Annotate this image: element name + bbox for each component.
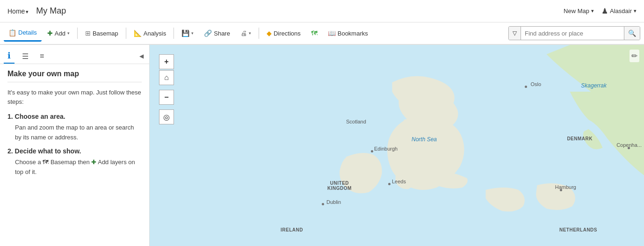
step2-text: Choose a 🗺 Basemap then ✚ Add layers on … [15, 158, 142, 177]
directions-label: Directions [274, 30, 301, 37]
layers-icon: ≡ [40, 52, 44, 60]
print-icon: 🖨 [240, 29, 247, 37]
search-container: ▽ 🔍 [508, 26, 640, 40]
add-dropdown-arrow: ▾ [67, 31, 70, 36]
bookmarks-label: Bookmarks [338, 30, 368, 37]
map-edit-button[interactable]: ✏ [630, 50, 639, 62]
step1-heading: 1. Choose an area. [7, 113, 142, 120]
leeds-dot [388, 183, 391, 185]
nav-left: Home▾ My Map [7, 6, 66, 16]
add-icon: ✚ [47, 29, 53, 37]
analysis-label: Analysis [144, 30, 166, 37]
save-icon: 💾 [181, 29, 189, 37]
sidebar-tab-layers[interactable]: ≡ [36, 50, 48, 62]
step1-text: Pan and zoom the map to an area or searc… [15, 123, 142, 143]
save-dropdown-arrow: ▾ [191, 31, 194, 36]
search-input[interactable] [521, 27, 624, 40]
analysis-icon: 📐 [134, 29, 142, 37]
details-label: Details [18, 29, 37, 36]
dublin-dot [322, 203, 324, 205]
user-icon: ♟ [601, 7, 608, 15]
nav-right: New Map ▾ ♟ Alasdair ▾ [560, 6, 637, 16]
edinburgh-dot [371, 150, 373, 152]
analysis-button[interactable]: 📐 Analysis [129, 25, 171, 42]
basemap-button[interactable]: ⊞ Basemap [80, 25, 123, 42]
share-button[interactable]: 🔗 Share [199, 25, 235, 42]
directions-button[interactable]: ◆ Directions [262, 25, 305, 42]
print-button[interactable]: 🖨 ▾ [236, 25, 256, 42]
home-arrow: ▾ [26, 9, 29, 14]
user-arrow: ▾ [634, 8, 637, 14]
user-menu[interactable]: ♟ Alasdair ▾ [601, 7, 637, 15]
step2-heading: 2. Decide what to show. [7, 147, 142, 155]
basemap-icon: ⊞ [85, 29, 91, 37]
step2-text-before: Choose a [15, 159, 43, 166]
bookmarks-button[interactable]: 📖 Bookmarks [323, 25, 373, 42]
add-label: Add [55, 30, 65, 37]
main-content: ℹ ☰ ≡ ◀ Make your own map It's easy to m… [0, 45, 644, 246]
copenhagen-dot [628, 147, 630, 149]
step2-basemap-icon: 🗺 [43, 159, 49, 166]
sidebar-tab-info[interactable]: ℹ [4, 49, 14, 64]
sidebar-title: Make your own map [7, 70, 142, 82]
print-dropdown-arrow: ▾ [249, 31, 251, 36]
share-icon: 🔗 [204, 29, 212, 37]
save-button[interactable]: 💾 ▾ [177, 25, 198, 42]
search-icon: 🔍 [628, 29, 636, 37]
directions-icon: ◆ [267, 29, 272, 37]
add-button[interactable]: ✚ Add ▾ [43, 25, 74, 42]
separator-4 [259, 28, 259, 39]
sidebar-intro: It's easy to make your own map. Just fol… [7, 88, 142, 106]
new-map-arrow: ▾ [591, 8, 594, 14]
extra-tool-button[interactable]: 🗺 [306, 25, 322, 42]
share-label: Share [214, 30, 230, 37]
search-filter-button[interactable]: ▽ [509, 27, 521, 40]
map-area[interactable]: North Sea Skagerrak Scotland UNITEDKINGD… [150, 45, 644, 246]
new-map-label: New Map [564, 7, 589, 14]
description-icon: ☰ [22, 52, 29, 61]
step2-text-middle: Basemap then [49, 159, 91, 166]
details-button[interactable]: 📋 Details [4, 25, 42, 42]
zoom-in-button[interactable]: + [159, 54, 174, 69]
sidebar: ℹ ☰ ≡ ◀ Make your own map It's easy to m… [0, 45, 150, 246]
search-button[interactable]: 🔍 [624, 27, 640, 40]
extra-tool-icon: 🗺 [311, 29, 318, 37]
locate-button[interactable]: ◎ [159, 109, 174, 124]
home-link[interactable]: Home▾ [7, 7, 29, 15]
hamburg-dot [560, 189, 562, 191]
step2-add-icon: ✚ [91, 159, 96, 166]
oslo-dot [525, 86, 527, 88]
info-icon: ℹ [7, 51, 11, 61]
map-svg [150, 45, 644, 246]
sidebar-tab-description[interactable]: ☰ [18, 50, 32, 63]
separator-1 [77, 28, 78, 39]
map-title: My Map [36, 6, 66, 16]
sidebar-tabs: ℹ ☰ ≡ ◀ [0, 45, 149, 64]
home-extent-button[interactable]: ⌂ [159, 70, 174, 85]
new-map-button[interactable]: New Map ▾ [560, 6, 598, 16]
filter-arrow-icon: ▽ [513, 30, 517, 36]
top-navigation: Home▾ My Map New Map ▾ ♟ Alasdair ▾ [0, 0, 644, 22]
main-toolbar: 📋 Details ✚ Add ▾ ⊞ Basemap 📐 Analysis 💾… [0, 22, 644, 45]
sidebar-content: Make your own map It's easy to make your… [0, 64, 149, 246]
zoom-out-button[interactable]: − [159, 90, 174, 105]
map-controls: + ⌂ − ◎ [159, 54, 174, 124]
user-label: Alasdair [610, 7, 632, 14]
separator-2 [126, 28, 126, 39]
collapse-arrow-icon: ◀ [139, 53, 144, 59]
sidebar-collapse-button[interactable]: ◀ [137, 51, 145, 61]
bookmarks-icon: 📖 [328, 29, 336, 37]
separator-3 [174, 28, 174, 39]
basemap-label: Basemap [93, 30, 118, 37]
details-icon: 📋 [8, 29, 16, 36]
home-label: Home [7, 7, 25, 15]
